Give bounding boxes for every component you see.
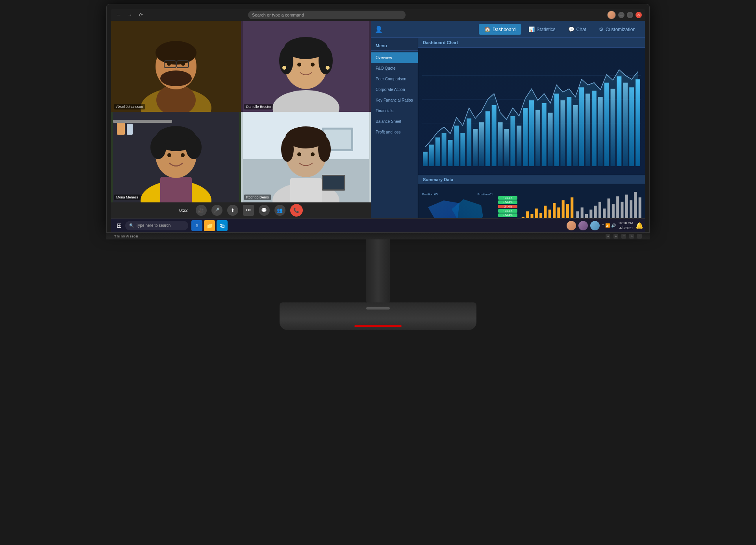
video-cell-4: Rodrigo Demo: [241, 112, 371, 202]
topbar-right: — □ ✕: [607, 11, 642, 19]
svg-rect-24: [127, 124, 133, 135]
svg-rect-114: [639, 197, 641, 218]
taskbar-avatar-3: [590, 221, 600, 230]
svg-rect-92: [539, 213, 542, 218]
volume-icon[interactable]: 🔊: [611, 223, 616, 228]
taskbar-app-edge[interactable]: e: [191, 220, 202, 231]
screen-share-button[interactable]: ⬆: [227, 205, 238, 216]
video-section: Aksel Johansson: [111, 21, 371, 218]
mon-ctrl-4[interactable]: ⊕: [629, 234, 634, 239]
dashboard-body: Menu Overview F&O Quote Peer Comparison …: [371, 38, 645, 218]
taskbar-app-store[interactable]: 🛍: [217, 220, 228, 231]
mon-ctrl-2[interactable]: ▶: [613, 234, 618, 239]
svg-rect-89: [526, 211, 529, 218]
sidebar-item-profit-loss[interactable]: Profit and loss: [371, 127, 418, 137]
svg-rect-23: [117, 123, 125, 135]
mon-ctrl-1[interactable]: ◀: [606, 234, 610, 239]
nav-dashboard[interactable]: 🏠 Dashboard: [479, 24, 521, 35]
svg-rect-109: [616, 196, 619, 218]
topbar-search[interactable]: Search or type a command: [248, 11, 406, 19]
svg-rect-104: [594, 206, 597, 218]
sidebar-item-balance-sheet[interactable]: Balance Sheet: [371, 116, 418, 127]
participant-label-4: Rodrigo Demo: [244, 195, 271, 200]
svg-rect-105: [598, 202, 601, 218]
refresh-button[interactable]: ⟳: [136, 10, 146, 20]
sidebar-item-financials[interactable]: Financials: [371, 106, 418, 116]
participant-video-2: [241, 21, 371, 112]
nav-statistics-label: Statistics: [537, 27, 556, 32]
dashboard-nav: 👤 🏠 Dashboard 📊 Statistics 💬 Chat: [371, 21, 645, 38]
sidebar-menu-header: Menu: [371, 41, 418, 51]
topbar-nav: ← → ⟳: [114, 10, 146, 20]
svg-rect-110: [621, 202, 623, 218]
monitor: ← → ⟳ Search or type a command — □ ✕: [106, 4, 650, 330]
maximize-button[interactable]: □: [627, 12, 633, 18]
start-button[interactable]: ⊞: [113, 219, 125, 232]
taskbar-search[interactable]: 🔍 Type here to search: [125, 221, 188, 230]
svg-rect-96: [557, 208, 560, 218]
back-button[interactable]: ←: [114, 10, 124, 20]
svg-rect-90: [530, 214, 533, 218]
dashboard-sidebar: Menu Overview F&O Quote Peer Comparison …: [371, 38, 418, 218]
participant-video-1: [111, 21, 241, 112]
svg-point-19: [282, 66, 286, 70]
bar-chart-svg: [422, 52, 641, 171]
mon-ctrl-3[interactable]: ☰: [621, 234, 626, 239]
svg-rect-103: [589, 209, 592, 218]
nav-customization[interactable]: ⚙ Customization: [593, 24, 641, 35]
clock-time: 10:10 AM: [618, 221, 633, 226]
user-icon: 👤: [375, 26, 383, 33]
position-01-label: Position 01: [477, 193, 493, 196]
chat-button[interactable]: 💬: [259, 205, 270, 216]
svg-rect-98: [566, 204, 569, 218]
svg-rect-106: [603, 209, 606, 218]
close-button[interactable]: ✕: [636, 12, 642, 18]
svg-point-6: [167, 62, 171, 66]
sidebar-item-key-ratios[interactable]: Key Fanancial Ratios: [371, 95, 418, 106]
svg-rect-113: [634, 192, 637, 218]
monitor-stand-neck: [366, 239, 390, 302]
minimize-button[interactable]: —: [618, 12, 624, 18]
sidebar-item-fo-quote[interactable]: F&O Quote: [371, 63, 418, 74]
nav-statistics[interactable]: 📊 Statistics: [523, 24, 561, 35]
participant-4-svg: [241, 112, 371, 202]
participant-3-svg: [111, 112, 241, 202]
sidebar-item-peer-comparison[interactable]: Peer Comparison: [371, 74, 418, 84]
video-grid: Aksel Johansson: [111, 21, 371, 202]
svg-point-31: [167, 153, 171, 157]
notifications-icon[interactable]: 🔔: [636, 222, 643, 229]
more-options-button[interactable]: •••: [243, 205, 254, 216]
svg-point-44: [311, 152, 315, 156]
svg-rect-107: [608, 198, 610, 218]
radar-svg: [424, 197, 491, 218]
svg-point-43: [297, 152, 301, 156]
monitor-controls: ◀ ▶ ☰ ⊕ ○: [606, 234, 642, 239]
bar-chart-area: [418, 48, 645, 175]
svg-point-5: [160, 70, 192, 86]
svg-rect-46: [323, 176, 344, 189]
mic-toggle-button[interactable]: 🎤: [211, 205, 222, 216]
sidebar-item-overview[interactable]: Overview: [371, 52, 418, 63]
forward-button[interactable]: →: [125, 10, 135, 20]
radar-chart: Position 05 Position 01: [418, 184, 497, 218]
badge-4: +34.4%: [498, 209, 517, 213]
sidebar-item-corporate-action[interactable]: Corporate Action: [371, 84, 418, 95]
end-call-button[interactable]: 📞: [290, 204, 303, 217]
svg-rect-99: [571, 197, 573, 218]
taskbar-app-files[interactable]: 📁: [204, 220, 215, 231]
mon-ctrl-5[interactable]: ○: [637, 234, 642, 239]
chevron-up-icon[interactable]: ^: [602, 223, 604, 228]
chat-icon: 💬: [568, 26, 574, 32]
statistics-icon: 📊: [528, 26, 535, 32]
nav-chat[interactable]: 💬 Chat: [563, 24, 592, 35]
user-avatar: [607, 11, 616, 19]
screen: ← → ⟳ Search or type a command — □ ✕: [111, 9, 645, 232]
svg-rect-95: [553, 203, 556, 218]
svg-point-29: [150, 135, 166, 159]
radar-labels: Position 05 Position 01: [420, 193, 495, 196]
video-toggle-button[interactable]: 🎥: [196, 205, 207, 216]
svg-point-7: [181, 62, 185, 66]
participant-video-4: [241, 112, 371, 202]
participants-button[interactable]: 👥: [274, 205, 285, 216]
taskbar-system-icons: ^ 📶 🔊: [602, 223, 616, 228]
